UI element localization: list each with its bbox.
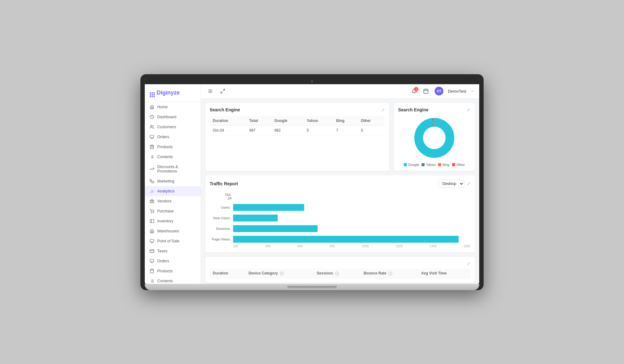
sidebar-label-products2: Products (157, 269, 173, 273)
bottom-table-card: ⤢ Duration Device Category i (205, 257, 475, 283)
marketing-icon (150, 179, 154, 183)
svg-point-45 (426, 129, 443, 146)
sidebar-label-contents2: Contents (157, 279, 173, 283)
app-name: Diginyze (157, 90, 180, 96)
sidebar-label-customers: Customers (157, 125, 176, 129)
bar-track-page-views (233, 236, 470, 243)
bar-fill-sessions (233, 225, 318, 232)
sidebar-label-marketing: Marketing (157, 179, 174, 183)
sidebar-item-marketing[interactable]: Marketing (145, 176, 201, 186)
col-other: Other (358, 116, 385, 126)
bt-col-device: Device Category i (246, 269, 314, 278)
sidebar-label-orders: Orders (157, 135, 169, 139)
bar-label-sessions: Sessions (210, 227, 230, 231)
legend-dot-yahoo (422, 163, 425, 166)
donut-svg (412, 116, 456, 160)
donut-expand[interactable]: ⤢ (467, 107, 470, 112)
legend-bing: Bing (438, 163, 449, 167)
bt-col-sessions: Sessions i (314, 269, 360, 278)
sidebar-item-customers[interactable]: Customers (145, 122, 201, 132)
sidebar-item-dashboard[interactable]: Dashboard (145, 112, 201, 122)
sidebar-item-warehouses[interactable]: Warehouses (145, 226, 201, 236)
bar-fill-new-users (233, 215, 278, 221)
traffic-expand[interactable]: ⤢ (467, 181, 470, 186)
bottom-table-expand[interactable]: ⤢ (467, 261, 470, 266)
donut-legend: Google Yahoo Bing (404, 163, 465, 167)
sidebar-item-products2[interactable]: Products (145, 266, 201, 276)
legend-google: Google (404, 163, 419, 167)
sidebar-item-purchase[interactable]: Purchase (145, 206, 201, 216)
svg-rect-20 (150, 239, 154, 242)
sidebar-label-analytics: Analytics (157, 189, 175, 193)
axis-1000: 1000 (362, 245, 369, 248)
col-bing: Bing (333, 116, 358, 126)
sidebar-item-products[interactable]: Products (145, 142, 201, 152)
donut-header: Search Engine ⤢ (398, 107, 470, 112)
sidebar-label-vendors: Vendors (157, 199, 172, 203)
cell-bing: 7 (333, 125, 358, 135)
legend-label-bing: Bing (442, 163, 449, 167)
orders2-icon (150, 259, 154, 263)
home-icon (150, 105, 154, 109)
inventory-icon (150, 219, 154, 223)
bt-col-bounce: Bounce Rate i (360, 269, 418, 278)
search-engine-expand[interactable]: ⤢ (381, 107, 385, 112)
svg-line-35 (223, 89, 225, 91)
sidebar-item-analytics[interactable]: Analytics (145, 186, 201, 196)
legend-other: Other (452, 163, 465, 167)
sidebar-label-orders2: Orders (157, 259, 169, 263)
orders-icon (150, 135, 154, 139)
menu-button[interactable] (206, 87, 215, 95)
cell-yahoo: 5 (304, 125, 333, 135)
sidebar-item-contents2[interactable]: Contents (145, 276, 201, 284)
axis-200: 200 (233, 245, 238, 248)
traffic-report-card: Traffic Report Desktop Mobile Tablet ⤢ (205, 175, 475, 252)
bar-track-users (233, 204, 470, 211)
main-content: 8 DT DemoTest (201, 84, 479, 284)
sidebar-item-orders[interactable]: Orders (145, 132, 201, 142)
svg-rect-2 (150, 135, 154, 138)
notifications-button[interactable]: 8 (412, 88, 417, 94)
sidebar-item-inventory[interactable]: Inventory (145, 216, 201, 226)
calendar-button[interactable] (422, 87, 430, 95)
svg-rect-25 (150, 259, 154, 262)
legend-label-google: Google (408, 163, 419, 167)
chevron-down-icon (470, 89, 474, 93)
sidebar-item-vendors[interactable]: Vendors (145, 196, 201, 206)
sidebar-item-discounts[interactable]: Discounts & Promotions (145, 162, 201, 176)
chart-legend: Oct-24 (210, 193, 470, 200)
bottom-table: Duration Device Category i Sessions i (210, 269, 470, 278)
top-header: 8 DT DemoTest (201, 84, 479, 99)
device-select[interactable]: Desktop Mobile Tablet (438, 180, 464, 188)
sidebar-label-home: Home (157, 105, 168, 109)
header-right: 8 DT DemoTest (412, 87, 474, 95)
axis-800: 800 (329, 245, 335, 248)
svg-rect-15 (150, 200, 154, 203)
sidebar-item-orders2[interactable]: Orders (145, 256, 201, 266)
legend-dot-other (452, 163, 455, 166)
sidebar-item-contents[interactable]: Contents (145, 152, 201, 162)
svg-point-16 (151, 212, 152, 213)
bar-row-sessions: Sessions (210, 225, 470, 232)
svg-point-17 (153, 212, 154, 213)
bottom-table-header: ⤢ (210, 261, 470, 266)
cell-other: 3 (358, 125, 385, 135)
notification-badge: 8 (414, 87, 418, 91)
sidebar-item-home[interactable]: Home (145, 102, 201, 112)
hamburger-icon (208, 89, 213, 94)
axis-1200: 1200 (396, 245, 402, 248)
sidebar-label-warehouses: Warehouses (157, 229, 179, 233)
contents2-icon (150, 279, 154, 283)
search-engine-header: Search Engine ⤢ (210, 107, 385, 112)
search-engine-card: Search Engine ⤢ Duration Total Google (205, 103, 389, 171)
legend-dot-bing (438, 163, 441, 166)
fullscreen-button[interactable] (218, 87, 227, 95)
bt-col-duration: Duration (210, 269, 246, 278)
sidebar-item-pos[interactable]: Point of Sale (145, 236, 201, 246)
sidebar-item-taxes[interactable]: Taxes (145, 246, 201, 256)
bar-label-page-views: Page Views (210, 237, 230, 241)
cell-total: 997 (246, 125, 271, 135)
products2-icon (150, 269, 154, 273)
fullscreen-icon (220, 89, 225, 94)
svg-rect-37 (424, 89, 428, 94)
